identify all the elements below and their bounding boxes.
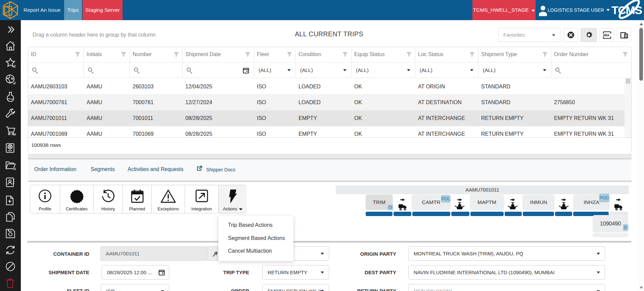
svg-text:xlsx: xlsx	[603, 33, 609, 37]
